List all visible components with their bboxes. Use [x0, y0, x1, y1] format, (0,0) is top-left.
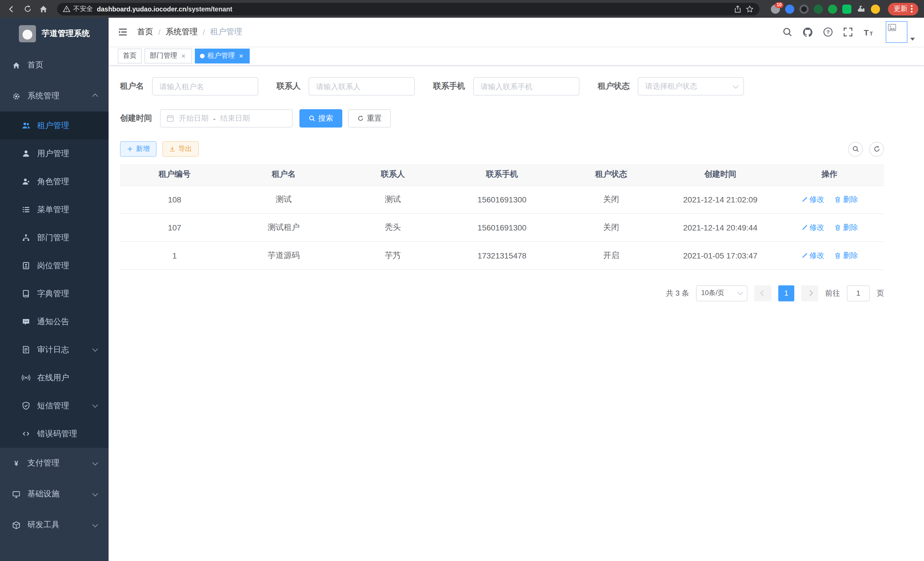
user-menu[interactable]: [886, 21, 915, 43]
phone-input[interactable]: [473, 77, 579, 96]
sidebar-item-home[interactable]: 首页: [0, 50, 109, 81]
sidebar-item-label: 租户管理: [37, 120, 69, 131]
extension-icon-1[interactable]: 10: [771, 4, 780, 14]
sidebar-item-post[interactable]: 岗位管理: [0, 252, 109, 280]
close-icon[interactable]: [180, 52, 187, 59]
export-button-label: 导出: [178, 144, 192, 154]
home-browser-icon[interactable]: [38, 3, 49, 15]
help-icon[interactable]: ?: [823, 27, 833, 37]
svg-text:?: ?: [826, 29, 830, 35]
table-row: 108 测试 测试 15601691300 关闭 2021-12-14 21:0…: [120, 185, 884, 213]
edit-link[interactable]: 修改: [801, 194, 824, 205]
address-bar[interactable]: 不安全 dashboard.yudao.iocoder.cn/system/te…: [57, 3, 759, 15]
github-icon[interactable]: [802, 27, 813, 38]
sidebar-item-notice[interactable]: 通知公告: [0, 308, 109, 336]
edit-link[interactable]: 修改: [801, 250, 824, 260]
sidebar-item-dev-tools[interactable]: 研发工具: [0, 510, 109, 540]
sidebar-collapse-icon[interactable]: [118, 27, 128, 37]
sidebar-item-dict[interactable]: 字典管理: [0, 280, 109, 308]
font-size-icon[interactable]: TT: [863, 27, 874, 38]
page-unit-label: 页: [877, 288, 884, 298]
extension-icon-6[interactable]: [842, 4, 851, 14]
reload-icon[interactable]: [22, 3, 33, 15]
search-icon[interactable]: [782, 27, 793, 37]
main-area: 首页 / 系统管理 / 租户管理 ? TT: [109, 18, 924, 561]
refresh-table-icon[interactable]: [869, 141, 884, 156]
update-button[interactable]: 更新: [888, 3, 918, 15]
sidebar-item-label: 字典管理: [37, 289, 69, 299]
page-number-1[interactable]: 1: [778, 285, 794, 301]
tenant-table: 租户编号 租户名 联系人 联系手机 租户状态 创建时间 操作 108 测试 测试: [120, 164, 884, 270]
extension-icon-2[interactable]: [785, 4, 794, 14]
search-icon: [309, 115, 315, 122]
breadcrumb-system[interactable]: 系统管理: [166, 27, 198, 37]
extension-icon-5[interactable]: [828, 4, 837, 14]
header-actions: ? TT: [782, 21, 915, 43]
extension-icon-8[interactable]: [871, 4, 880, 14]
delete-link[interactable]: 删除: [835, 222, 858, 232]
sidebar-item-menu[interactable]: 菜单管理: [0, 196, 109, 224]
sidebar-item-infra[interactable]: 基础设施: [0, 479, 109, 510]
bookmark-star-icon[interactable]: [746, 5, 754, 13]
tab-tenant[interactable]: 租户管理: [195, 48, 250, 63]
tenant-name-input[interactable]: [152, 77, 258, 96]
contact-input[interactable]: [309, 77, 415, 96]
cell-tenant-id: 108: [120, 185, 229, 213]
menu-dots-icon[interactable]: [911, 5, 913, 13]
tab-dept[interactable]: 部门管理: [145, 48, 192, 63]
tab-home[interactable]: 首页: [118, 48, 142, 63]
close-icon[interactable]: [238, 52, 244, 59]
extension-badge: 10: [775, 2, 783, 8]
puzzle-extensions-icon[interactable]: [856, 4, 866, 14]
extension-icon-4[interactable]: [814, 4, 823, 14]
search-button[interactable]: 搜索: [299, 109, 342, 128]
back-icon[interactable]: [6, 3, 17, 15]
sidebar-item-sms[interactable]: 短信管理: [0, 392, 109, 420]
goto-label: 前往: [825, 288, 840, 298]
calendar-icon: [166, 114, 174, 122]
avatar[interactable]: [886, 21, 908, 43]
logo[interactable]: 芋道管理系统: [0, 18, 109, 50]
edit-link[interactable]: 修改: [801, 222, 824, 232]
date-range-picker[interactable]: 开始日期 - 结束日期: [160, 109, 292, 128]
table-row: 1 芋道源码 芋艿 17321315478 开启 2021-01-05 17:0…: [120, 241, 884, 269]
shield-icon: [21, 401, 30, 410]
url-text: dashboard.yudao.iocoder.cn/system/tenant: [97, 5, 232, 12]
toggle-search-icon[interactable]: [848, 141, 863, 156]
reset-button[interactable]: 重置: [348, 109, 391, 128]
col-created: 创建时间: [666, 164, 775, 185]
search-button-label: 搜索: [318, 113, 333, 123]
total-count: 共 3 条: [666, 288, 689, 298]
sidebar-item-online-users[interactable]: 在线用户: [0, 364, 109, 392]
tenants-icon: [21, 121, 30, 130]
status-select[interactable]: 请选择租户状态: [638, 77, 744, 96]
tenant-name-label: 租户名: [120, 81, 144, 92]
share-icon[interactable]: [734, 5, 742, 13]
add-button[interactable]: 新增: [120, 141, 157, 157]
fullscreen-icon[interactable]: [843, 27, 853, 37]
page-size-select[interactable]: 10条/页: [696, 285, 747, 301]
prev-page-button[interactable]: [754, 285, 771, 301]
extension-icon-3[interactable]: [800, 4, 808, 14]
trash-icon: [835, 224, 842, 231]
sidebar-item-payment[interactable]: ¥ 支付管理: [0, 448, 109, 479]
sidebar-item-label: 基础设施: [27, 489, 59, 499]
sidebar-item-user[interactable]: 用户管理: [0, 140, 109, 168]
sidebar-item-error-code[interactable]: 错误码管理: [0, 420, 109, 448]
next-page-button[interactable]: [801, 285, 818, 301]
goto-page-input[interactable]: [847, 285, 870, 301]
broadcast-icon: [21, 373, 30, 382]
sidebar-item-system[interactable]: 系统管理: [0, 81, 109, 111]
sidebar-item-dept[interactable]: 部门管理: [0, 224, 109, 252]
sidebar-item-tenant[interactable]: 租户管理: [0, 111, 109, 140]
sidebar-item-audit-log[interactable]: 审计日志: [0, 336, 109, 364]
breadcrumb-home[interactable]: 首页: [137, 27, 153, 37]
cell-ops: 修改 删除: [775, 213, 884, 241]
sidebar-item-label: 用户管理: [37, 148, 69, 159]
delete-link[interactable]: 删除: [835, 250, 858, 260]
export-button[interactable]: 导出: [162, 141, 199, 157]
sidebar-item-label: 系统管理: [27, 91, 59, 101]
delete-link[interactable]: 删除: [835, 194, 858, 205]
sidebar-item-role[interactable]: 角色管理: [0, 168, 109, 196]
security-chip[interactable]: 不安全: [63, 5, 93, 13]
